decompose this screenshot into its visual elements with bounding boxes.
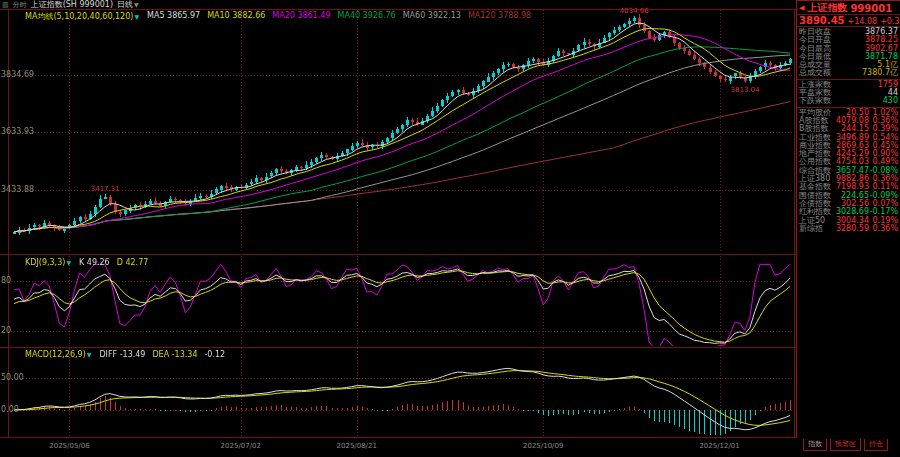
quote-panel: ◀ 上证指数 999001 3890.45 +14.08 +0.36% 昨日收盘…	[796, 0, 900, 438]
macd-settings[interactable]: MACD(12,26,9) ▼	[25, 350, 91, 359]
indicator-value: K 49.26	[79, 258, 110, 267]
main-kdj-separator	[0, 254, 796, 255]
last-price: 3890.45	[799, 15, 845, 26]
price-axis-label: 3633.93	[1, 128, 34, 136]
price-axis-label: 3433.88	[1, 186, 34, 194]
index-row-label: 新综指	[799, 225, 836, 233]
macd-axis-label: 0.00	[1, 406, 19, 414]
quote-row[interactable]: 下跌家数430	[797, 97, 900, 105]
macd-header: MACD(12,26,9) ▼ DIFF -13.49DEA -13.34-0.…	[25, 350, 225, 359]
chevron-down-icon: ▼	[87, 351, 92, 358]
index-code: 999001	[850, 3, 892, 14]
chevron-down-icon: ▼	[134, 1, 139, 8]
collapse-panel-icon[interactable]: ◀	[799, 4, 804, 12]
price-annotation: 3813.04	[731, 86, 760, 94]
indicator-value: DEA -13.34	[152, 350, 197, 359]
bottom-border	[0, 437, 900, 438]
kdj-axis-label: 80	[1, 277, 11, 285]
bottom-tab-持仓[interactable]: 持仓	[864, 439, 888, 451]
date-label: 2025/12/01	[699, 442, 739, 450]
quote-row-label: 下跌家数	[799, 97, 831, 105]
price-change: +14.08	[848, 17, 878, 26]
date-label: 2025/10/09	[523, 442, 563, 450]
kdj-indicator-chart[interactable]	[8, 256, 794, 346]
market-breadth-section: 上涨家数1759平盘家数44下跌家数430	[797, 80, 900, 108]
quote-panel-title[interactable]: ◀ 上证指数 999001	[797, 1, 900, 15]
kdj-axis-label: 20	[1, 327, 11, 335]
date-label: 2025/07/02	[221, 442, 261, 450]
quote-price-row: 3890.45 +14.08 +0.36%	[797, 15, 900, 27]
chevron-down-icon: ▼	[66, 259, 71, 266]
related-indices-section: 平均股价20.501.02%A股指数4079.080.36%B股指数244.15…	[797, 108, 900, 234]
indicator-value: DIFF -13.49	[99, 350, 145, 359]
price-change-pct: +0.36%	[880, 17, 900, 26]
macd-settings-label: MACD(12,26,9)	[25, 350, 86, 359]
index-row-value: 3280.59	[836, 225, 869, 233]
bottom-tab-指数[interactable]: 指数	[803, 439, 827, 451]
app-icon[interactable]: ▥	[2, 1, 9, 9]
price-annotation: 4034.66	[620, 7, 649, 15]
macd-indicator-chart[interactable]	[8, 348, 794, 437]
kdj-values: K 49.26D 42.77	[79, 258, 148, 267]
macd-axis-label: 50.00	[1, 374, 24, 382]
kdj-settings-label: KDJ(9,3,3)	[25, 258, 65, 267]
quote-row[interactable]: 总成交额7380.7亿	[797, 69, 900, 77]
candlestick-chart[interactable]	[8, 10, 794, 253]
quote-row-value: 430	[883, 97, 898, 105]
date-label: 2025/08/21	[337, 442, 377, 450]
date-label: 2025/05/06	[49, 442, 89, 450]
index-row-pct: 0.36%	[869, 225, 898, 233]
index-name: 上证指数	[807, 1, 847, 15]
quote-row-value: 7380.7亿	[862, 69, 898, 77]
quote-row-label: 总成交额	[799, 69, 831, 77]
index-row[interactable]: 新综指3280.590.36%	[797, 225, 900, 233]
titlebar: ▥ 分时 上证指数(SH 999001) 日线 ▼	[2, 0, 139, 9]
bottom-tab-预警区[interactable]: 预警区	[830, 439, 861, 451]
kdj-macd-separator	[0, 347, 796, 348]
macd-values: DIFF -13.49DEA -13.34-0.12	[99, 350, 225, 359]
price-axis-label: 3834.69	[1, 71, 34, 79]
chart-right-border	[794, 10, 795, 437]
price-annotation: 3417.31	[91, 185, 120, 193]
indicator-value: D 42.77	[117, 258, 149, 267]
bottom-tab-bar: 指数预警区持仓	[800, 439, 888, 451]
indicator-value: -0.12	[204, 350, 225, 359]
quote-summary-section: 昨日收盘3876.37今日开盘3878.25今日最高3902.67今日最低387…	[797, 27, 900, 80]
kdj-settings[interactable]: KDJ(9,3,3) ▼	[25, 258, 71, 267]
kdj-header: KDJ(9,3,3) ▼ K 49.26D 42.77	[25, 258, 148, 267]
trading-terminal: ▥ 分时 上证指数(SH 999001) 日线 ▼ MA均线(5,10,20,4…	[0, 0, 900, 457]
